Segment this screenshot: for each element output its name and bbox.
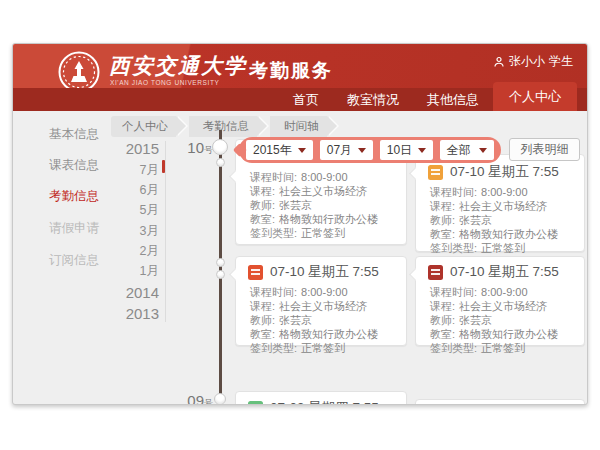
timeline-node-large	[212, 139, 228, 155]
university-name-cn: 西安交通大学	[109, 52, 247, 80]
chevron-down-icon	[418, 148, 426, 153]
calendar-stamp-icon	[428, 165, 443, 180]
card-date-title: 07-09 星期四 7:55	[270, 399, 379, 405]
breadcrumb-timeline[interactable]: 时间轴	[270, 116, 327, 137]
attendance-card	[415, 399, 585, 405]
chevron-down-icon	[298, 148, 306, 153]
nav-item-other[interactable]: 其他信息	[427, 88, 479, 111]
card-date-title: 07-10 星期五 7:55	[450, 163, 559, 181]
timeline-year-2013[interactable]: 2013	[13, 305, 159, 322]
day-marker-10: 10号	[153, 139, 213, 157]
timeline-axis-separator	[165, 141, 166, 322]
nav-menu: 首页 教室情况 其他信息	[293, 88, 479, 111]
user-role: 学生	[549, 53, 573, 70]
card-date-title: 07-10 星期五 7:55	[270, 263, 379, 281]
timeline-node-small	[216, 258, 225, 267]
chevron-down-icon	[358, 148, 366, 153]
list-detail-button[interactable]: 列表明细	[509, 138, 580, 161]
calendar-stamp-icon	[248, 265, 263, 280]
nav-item-personal-center-active[interactable]: 个人中心	[493, 82, 577, 111]
attendance-card: 07-10 星期五 7:55 课程时间:8:00-9:00 课程:社会主义市场经…	[415, 256, 585, 346]
timeline-month-may[interactable]: 5月	[13, 202, 159, 219]
type-dropdown[interactable]: 全部	[440, 140, 494, 160]
chevron-down-icon	[479, 148, 487, 153]
calendar-stamp-icon	[428, 265, 443, 280]
user-account[interactable]: 张小小 学生	[493, 53, 573, 70]
nav-item-classroom[interactable]: 教室情况	[347, 88, 399, 111]
timeline-month-jul[interactable]: 7月	[13, 162, 159, 179]
attendance-card: 07-09 星期四 7:55	[235, 391, 407, 405]
page: 西安交通大学 XI'AN JIAO TONG UNIVERSITY 考勤服务 张…	[0, 0, 600, 450]
breadcrumb-personal-center[interactable]: 个人中心	[111, 116, 176, 137]
timeline-year-2015[interactable]: 2015	[13, 140, 159, 157]
user-name: 张小小	[509, 53, 545, 70]
nav-item-home[interactable]: 首页	[293, 88, 319, 111]
attendance-card: 07-10 星期五 7:55 课程时间:8:00-9:00 课程:社会主义市场经…	[415, 154, 585, 252]
current-month-marker	[162, 160, 165, 173]
calendar-stamp-icon	[248, 401, 263, 406]
year-dropdown[interactable]: 2015年	[246, 140, 313, 160]
app-window: 西安交通大学 XI'AN JIAO TONG UNIVERSITY 考勤服务 张…	[12, 43, 588, 405]
timeline-line	[219, 130, 222, 405]
app-title: 考勤服务	[249, 58, 333, 84]
breadcrumb-attendance-info[interactable]: 考勤信息	[189, 116, 257, 137]
month-dropdown[interactable]: 07月	[320, 140, 373, 160]
timeline-month-feb[interactable]: 2月	[13, 243, 159, 260]
attendance-card: 07-10 星期五 7:55 课程时间:8:00-9:00 课程:社会主义市场经…	[235, 256, 407, 346]
card-date-title: 07-10 星期五 7:55	[450, 263, 559, 281]
timeline-month-jan[interactable]: 1月	[13, 263, 159, 280]
day-dropdown[interactable]: 10日	[380, 140, 433, 160]
timeline-year-2014[interactable]: 2014	[13, 284, 159, 301]
timeline-node-small	[216, 270, 225, 279]
breadcrumb: 个人中心 考勤信息 时间轴	[111, 116, 340, 137]
timeline-node-medium	[214, 393, 226, 405]
day-marker-09: 09号	[153, 392, 213, 405]
user-icon	[493, 56, 505, 68]
timeline-month-jun[interactable]: 6月	[13, 182, 159, 199]
university-name-en: XI'AN JIAO TONG UNIVERSITY	[110, 79, 219, 86]
timeline-month-mar[interactable]: 3月	[13, 223, 159, 240]
app-header: 西安交通大学 XI'AN JIAO TONG UNIVERSITY 考勤服务 张…	[13, 44, 587, 111]
filter-bar: 2015年 07月 10日 全部	[239, 137, 501, 163]
timeline-node-small	[216, 158, 225, 167]
